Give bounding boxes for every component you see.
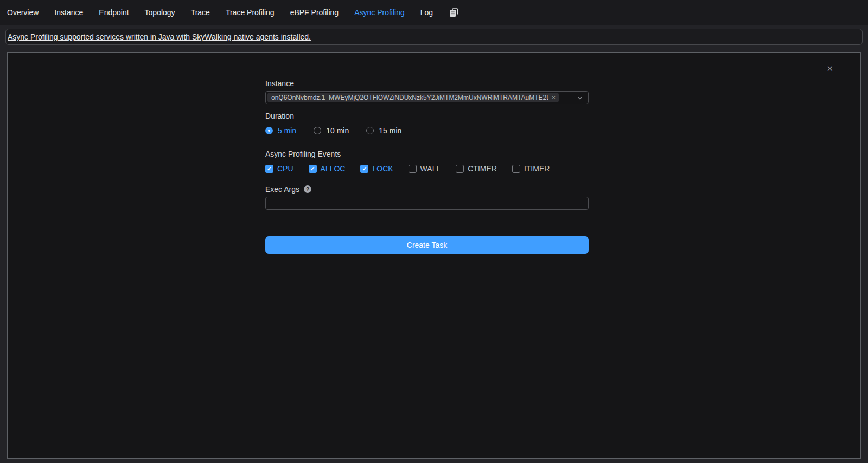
tag-remove-icon[interactable]: × [552, 94, 556, 101]
checkbox-ctimer-label: CTIMER [468, 164, 497, 173]
hint-banner: Async Profiling supported services writt… [5, 29, 863, 45]
exec-args-label: Exec Args [265, 185, 299, 194]
events-label: Async Profiling Events [265, 150, 589, 158]
radio-5min-label: 5 min [278, 126, 296, 135]
duration-radio-group: 5 min 10 min 15 min [265, 126, 589, 135]
instance-select[interactable]: onQ6OnNvbmdz.1_MWEyMjQ2OTFlOWZiNDUxNzk5Y… [265, 91, 589, 104]
tab-topology[interactable]: Topology [145, 8, 175, 17]
instance-tag-text: onQ6OnNvbmdz.1_MWEyMjQ2OTFlOWZiNDUxNzk5Y… [271, 94, 548, 101]
tab-trace[interactable]: Trace [191, 8, 210, 17]
checkbox-lock[interactable]: ✓ LOCK [360, 164, 393, 173]
tab-trace-profiling[interactable]: Trace Profiling [226, 8, 275, 17]
create-task-button[interactable]: Create Task [265, 236, 589, 254]
checkbox-wall-label: WALL [420, 164, 441, 173]
instance-label: Instance [265, 79, 589, 88]
tab-ebpf-profiling[interactable]: eBPF Profiling [290, 8, 339, 17]
document-copy-icon[interactable] [449, 8, 459, 18]
top-nav: Overview Instance Endpoint Topology Trac… [0, 0, 868, 25]
radio-5min[interactable]: 5 min [265, 126, 296, 135]
checkbox-ctimer[interactable]: CTIMER [456, 164, 497, 173]
radio-10min-label: 10 min [326, 126, 349, 135]
checkbox-alloc[interactable]: ✓ ALLOC [309, 164, 346, 173]
checkbox-unchecked-icon [456, 165, 464, 173]
checkbox-itimer[interactable]: ITIMER [512, 164, 550, 173]
tab-async-profiling[interactable]: Async Profiling [354, 8, 405, 17]
chevron-down-icon [577, 95, 583, 101]
checkbox-lock-label: LOCK [372, 164, 393, 173]
checkbox-unchecked-icon [512, 165, 520, 173]
checkbox-cpu[interactable]: ✓ CPU [265, 164, 293, 173]
checkbox-unchecked-icon [409, 165, 417, 173]
checkbox-checked-icon: ✓ [360, 165, 368, 173]
checkbox-checked-icon: ✓ [265, 165, 273, 173]
tab-endpoint[interactable]: Endpoint [99, 8, 129, 17]
selected-instance-tag: onQ6OnNvbmdz.1_MWEyMjQ2OTFlOWZiNDUxNzk5Y… [267, 93, 559, 102]
checkbox-wall[interactable]: WALL [409, 164, 441, 173]
radio-unchecked-icon [366, 127, 374, 134]
checkbox-alloc-label: ALLOC [321, 164, 346, 173]
radio-15min[interactable]: 15 min [366, 126, 401, 135]
radio-unchecked-icon [314, 127, 321, 134]
async-profiling-panel: ✕ Instance onQ6OnNvbmdz.1_MWEyMjQ2OTFlOW… [7, 52, 861, 459]
radio-checked-icon [265, 127, 273, 134]
close-icon[interactable]: ✕ [826, 65, 833, 73]
create-task-form: Instance onQ6OnNvbmdz.1_MWEyMjQ2OTFlOWZi… [265, 79, 589, 254]
events-checkbox-group: ✓ CPU ✓ ALLOC ✓ LOCK WALL CTIMER ITIMER [265, 164, 589, 173]
tab-instance[interactable]: Instance [54, 8, 83, 17]
tab-overview[interactable]: Overview [7, 8, 39, 17]
duration-label: Duration [265, 112, 589, 120]
checkbox-itimer-label: ITIMER [524, 164, 550, 173]
tab-log[interactable]: Log [420, 8, 433, 17]
exec-args-input[interactable] [265, 197, 589, 210]
checkbox-checked-icon: ✓ [309, 165, 317, 173]
checkbox-cpu-label: CPU [277, 164, 293, 173]
hint-banner-text: Async Profiling supported services writt… [8, 33, 311, 41]
help-icon[interactable]: ? [304, 185, 311, 193]
radio-10min[interactable]: 10 min [314, 126, 349, 135]
radio-15min-label: 15 min [379, 126, 401, 135]
